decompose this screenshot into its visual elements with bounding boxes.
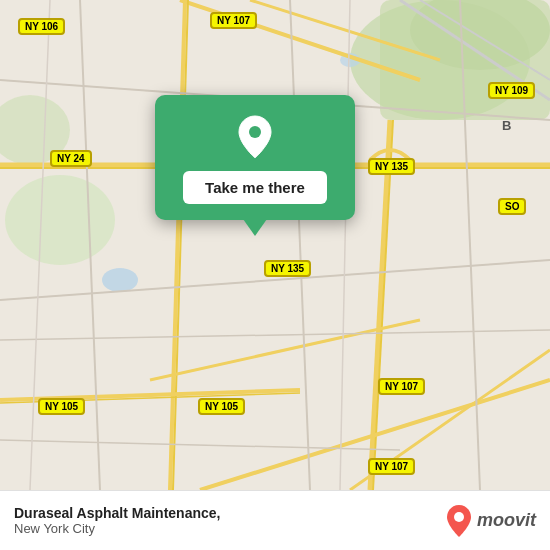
bottom-bar: Duraseal Asphalt Maintenance, New York C… xyxy=(0,490,550,550)
take-me-there-button[interactable]: Take me there xyxy=(183,171,327,204)
svg-point-35 xyxy=(454,512,464,522)
map-view[interactable]: B W NY 107 NY 106 NY 107 NY 24 NY 135 NY… xyxy=(0,0,550,490)
road-badge-ny105-mid: NY 105 xyxy=(198,398,245,415)
road-badge-ny109: NY 109 xyxy=(488,82,535,99)
location-pin-icon xyxy=(231,113,279,161)
road-badge-ny107-bot: NY 107 xyxy=(368,458,415,475)
road-badge-ny105-left: NY 105 xyxy=(38,398,85,415)
road-badge-ny135-bot: NY 135 xyxy=(264,260,311,277)
svg-point-6 xyxy=(102,268,138,292)
road-badge-ny107-top: NY 107 xyxy=(210,12,257,29)
svg-point-34 xyxy=(249,126,261,138)
business-name: Duraseal Asphalt Maintenance, xyxy=(14,505,220,521)
road-badge-ny106: NY 106 xyxy=(18,18,65,35)
popup-card: Take me there xyxy=(155,95,355,220)
road-badge-ny107-botleft: NY 107 xyxy=(378,378,425,395)
moovit-logo: moovit xyxy=(445,504,536,538)
business-location: New York City xyxy=(14,521,220,536)
road-badge-ny135-top: NY 135 xyxy=(368,158,415,175)
svg-text:B: B xyxy=(502,118,511,133)
svg-point-4 xyxy=(5,175,115,265)
road-badge-ny24: NY 24 xyxy=(50,150,92,167)
moovit-text: moovit xyxy=(477,510,536,531)
moovit-pin-icon xyxy=(445,504,473,538)
road-badge-so: SO xyxy=(498,198,526,215)
